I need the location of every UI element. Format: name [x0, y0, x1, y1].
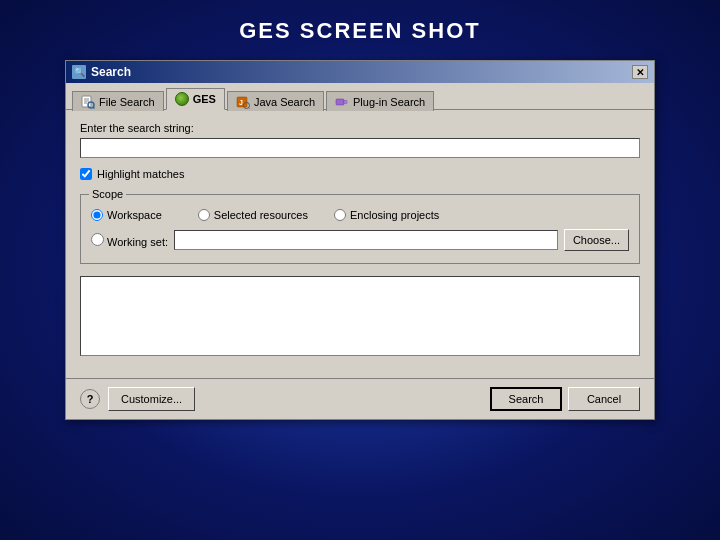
scope-selected-radio[interactable] [198, 209, 210, 221]
tab-java-search[interactable]: J Java Search [227, 91, 324, 111]
dialog-content: Enter the search string: Highlight match… [66, 110, 654, 378]
working-set-label: Working set: [107, 236, 168, 248]
java-search-icon: J [236, 95, 250, 109]
scope-enclosing-radio[interactable] [334, 209, 346, 221]
scope-group: Scope Workspace Selected resources Enclo… [80, 194, 640, 264]
bottom-bar: ? Customize... Search Cancel [66, 378, 654, 419]
svg-text:J: J [239, 99, 243, 106]
tab-plugin-search-label: Plug-in Search [353, 96, 425, 108]
scope-enclosing-label[interactable]: Enclosing projects [334, 209, 439, 221]
search-string-label: Enter the search string: [80, 122, 640, 134]
help-button[interactable]: ? [80, 389, 100, 409]
ges-content-area [80, 276, 640, 356]
scope-workspace-text: Workspace [107, 209, 162, 221]
scope-workspace-radio[interactable] [91, 209, 103, 221]
bottom-left: ? Customize... [80, 387, 195, 411]
ges-icon [175, 92, 189, 106]
scope-enclosing-text: Enclosing projects [350, 209, 439, 221]
svg-line-5 [93, 107, 95, 109]
file-search-icon [81, 95, 95, 109]
customize-button[interactable]: Customize... [108, 387, 195, 411]
working-set-row: Working set: Choose... [91, 229, 629, 251]
page-title: GES SCREEN SHOT [239, 18, 480, 44]
dialog-icon: 🔍 [72, 65, 86, 79]
bottom-right: Search Cancel [490, 387, 640, 411]
tab-ges-label: GES [193, 93, 216, 105]
tab-file-search[interactable]: File Search [72, 91, 164, 111]
tab-plugin-search[interactable]: Plug-in Search [326, 91, 434, 111]
working-set-radio[interactable] [91, 233, 104, 246]
scope-selected-label[interactable]: Selected resources [198, 209, 308, 221]
working-set-radio-label[interactable]: Working set: [91, 233, 168, 248]
search-dialog: 🔍 Search ✕ File Search GES J [65, 60, 655, 420]
highlight-matches-label: Highlight matches [97, 168, 184, 180]
tab-file-search-label: File Search [99, 96, 155, 108]
scope-workspace-label[interactable]: Workspace [91, 209, 162, 221]
tab-java-search-label: Java Search [254, 96, 315, 108]
highlight-matches-row: Highlight matches [80, 168, 640, 180]
search-button[interactable]: Search [490, 387, 562, 411]
search-string-input[interactable] [80, 138, 640, 158]
svg-line-9 [248, 107, 249, 108]
dialog-title: Search [91, 65, 131, 79]
choose-button[interactable]: Choose... [564, 229, 629, 251]
title-bar-left: 🔍 Search [72, 65, 131, 79]
close-button[interactable]: ✕ [632, 65, 648, 79]
working-set-input[interactable] [174, 230, 558, 250]
plugin-search-icon [335, 95, 349, 109]
tab-bar: File Search GES J Java Search Plug-in Se… [66, 83, 654, 110]
scope-selected-text: Selected resources [214, 209, 308, 221]
tab-ges[interactable]: GES [166, 88, 225, 110]
scope-legend: Scope [89, 188, 126, 200]
dialog-title-bar: 🔍 Search ✕ [66, 61, 654, 83]
svg-rect-10 [336, 99, 344, 105]
highlight-matches-checkbox[interactable] [80, 168, 92, 180]
scope-options-row: Workspace Selected resources Enclosing p… [91, 209, 629, 221]
cancel-button[interactable]: Cancel [568, 387, 640, 411]
